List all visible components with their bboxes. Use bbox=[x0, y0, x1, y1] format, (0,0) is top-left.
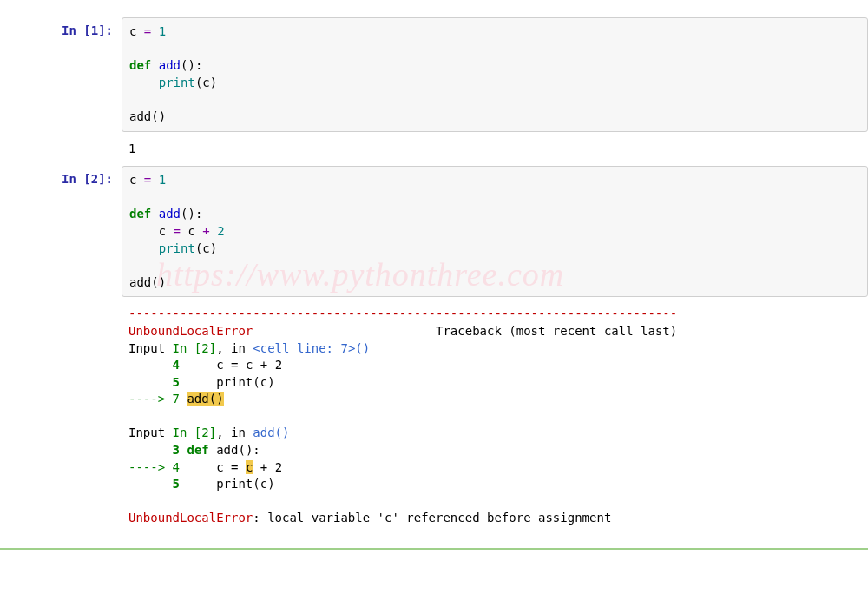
code-token: (): bbox=[181, 207, 202, 221]
traceback-line bbox=[128, 358, 173, 372]
traceback-line bbox=[238, 460, 245, 474]
input-prompt-1: In [1]: bbox=[62, 23, 113, 37]
code-token bbox=[151, 58, 158, 72]
notebook-cell-input-1: In [1]: c = 1 def add(): print(c) add() bbox=[0, 17, 868, 132]
code-token bbox=[210, 224, 217, 238]
code-token: c bbox=[129, 173, 144, 187]
traceback-line: In [2] bbox=[173, 341, 217, 355]
code-token: add() bbox=[129, 275, 166, 289]
traceback-line: In [2] bbox=[173, 426, 217, 439]
traceback-lineno: 4 bbox=[173, 460, 180, 474]
notebook-cell-output-1: 1 bbox=[0, 135, 868, 163]
notebook-cell-input-2: In [2]: c = 1 def add(): c = c + 2 print… bbox=[0, 166, 868, 297]
traceback-line bbox=[128, 443, 173, 457]
code-token: print bbox=[159, 76, 195, 89]
traceback-line: add bbox=[253, 426, 274, 439]
traceback-line: print(c) bbox=[180, 477, 275, 491]
traceback-line bbox=[253, 460, 260, 474]
code-token: (c) bbox=[195, 76, 217, 89]
code-token bbox=[129, 241, 159, 255]
traceback-output: ----------------------------------------… bbox=[122, 300, 868, 532]
traceback-exc-name: UnboundLocalError bbox=[128, 324, 253, 338]
code-token: add() bbox=[129, 109, 166, 123]
code-token: def bbox=[129, 207, 151, 221]
traceback-line bbox=[267, 358, 274, 372]
traceback-lineno: 5 bbox=[173, 375, 180, 389]
code-token: add bbox=[159, 58, 181, 72]
code-token: print bbox=[159, 241, 195, 255]
section-divider bbox=[0, 548, 868, 550]
traceback-lineno: 3 bbox=[173, 443, 180, 457]
traceback-line: , in bbox=[216, 426, 253, 439]
code-input-2[interactable]: c = 1 def add(): c = c + 2 print(c) add(… bbox=[122, 166, 868, 297]
code-token: add bbox=[159, 207, 181, 221]
notebook-cell-output-2: ----------------------------------------… bbox=[0, 300, 868, 532]
traceback-line: (): bbox=[238, 443, 260, 457]
traceback-line: 2 bbox=[275, 358, 282, 372]
code-token: 1 bbox=[159, 24, 166, 38]
traceback-lineno: 7 bbox=[173, 392, 187, 406]
traceback-line: add bbox=[216, 443, 238, 457]
traceback-line: c bbox=[238, 358, 260, 372]
code-token: 2 bbox=[217, 224, 224, 238]
code-token bbox=[151, 173, 158, 187]
traceback-line: c bbox=[180, 358, 231, 372]
code-token: c bbox=[129, 224, 174, 238]
traceback-header: Traceback (most recent call last) bbox=[253, 324, 677, 338]
traceback-line: 2 bbox=[275, 460, 282, 474]
traceback-exc-msg: : local variable 'c' referenced before a… bbox=[253, 511, 611, 525]
traceback-arrow: ----> bbox=[128, 392, 173, 406]
traceback-line bbox=[267, 460, 274, 474]
traceback-exc-name: UnboundLocalError bbox=[128, 511, 253, 525]
traceback-sep: ----------------------------------------… bbox=[128, 307, 677, 320]
traceback-line: print(c) bbox=[180, 375, 275, 389]
traceback-line: , in bbox=[216, 341, 253, 355]
code-token bbox=[129, 76, 159, 89]
traceback-line: + bbox=[260, 460, 267, 474]
code-token bbox=[151, 24, 158, 38]
traceback-lineno: 4 bbox=[173, 358, 180, 372]
code-token: = bbox=[174, 224, 181, 238]
traceback-line: () bbox=[275, 426, 290, 439]
traceback-arrow: ----> bbox=[128, 460, 173, 474]
traceback-line: Input bbox=[128, 426, 173, 439]
traceback-line: c bbox=[180, 460, 231, 474]
traceback-line: Input bbox=[128, 341, 173, 355]
stdout-output-1: 1 bbox=[122, 135, 868, 163]
traceback-lineno: 5 bbox=[173, 477, 180, 491]
code-token bbox=[151, 207, 158, 221]
code-token: def bbox=[129, 58, 151, 72]
traceback-line: def bbox=[187, 443, 208, 457]
traceback-line bbox=[209, 443, 216, 457]
input-prompt-2: In [2]: bbox=[62, 172, 113, 186]
code-token: (c) bbox=[195, 241, 217, 255]
traceback-line: + bbox=[260, 358, 267, 372]
code-token: c bbox=[129, 24, 144, 38]
code-token: + bbox=[202, 224, 209, 238]
traceback-line bbox=[128, 375, 173, 389]
code-input-1[interactable]: c = 1 def add(): print(c) add() bbox=[122, 17, 868, 132]
code-token: 1 bbox=[159, 173, 166, 187]
traceback-highlight: add() bbox=[187, 392, 223, 406]
traceback-line bbox=[128, 477, 173, 491]
code-token: (): bbox=[181, 58, 202, 72]
traceback-line: <cell line: 7> bbox=[253, 341, 355, 355]
code-token: c bbox=[181, 224, 202, 238]
traceback-line: () bbox=[355, 341, 370, 355]
